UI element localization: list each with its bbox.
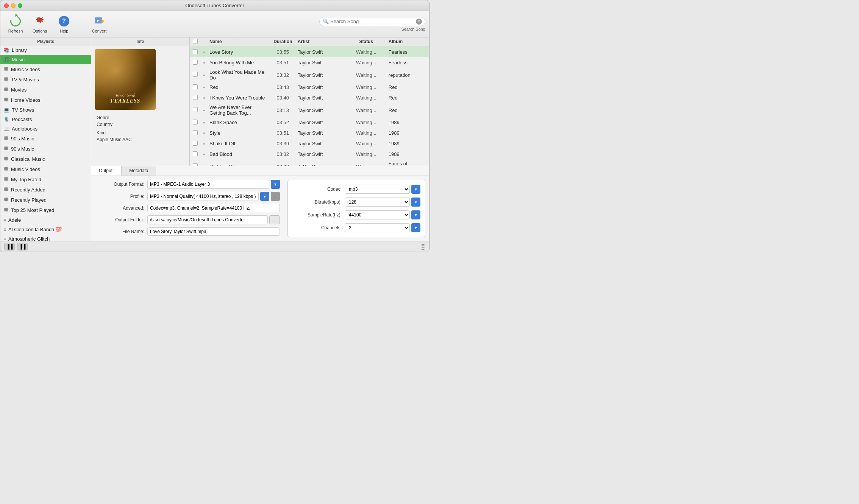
convert-button[interactable]: ▶ Convert bbox=[86, 13, 112, 35]
sidebar-item-atmospheric-glitch[interactable]: ≡Atmospheric Glitch bbox=[0, 234, 91, 241]
output-format-select[interactable]: MP3 - MPEG-1 Audio Layer 3 bbox=[147, 180, 269, 189]
output-format-wrapper: MP3 - MPEG-1 Audio Layer 3 ▼ bbox=[147, 180, 280, 189]
sidebar-item-library[interactable]: 📚Library bbox=[0, 45, 91, 55]
table-row[interactable]: ● Style 03:51 Taylor Swift Waiting... 19… bbox=[190, 128, 429, 138]
samplerate-arrow[interactable]: ▼ bbox=[411, 210, 420, 219]
sidebar-item-home-videos[interactable]: Home Videos bbox=[0, 95, 91, 105]
browse-button[interactable]: ... bbox=[269, 215, 280, 224]
row-album: 1989 bbox=[387, 130, 429, 136]
channels-select[interactable]: 2 bbox=[345, 223, 410, 232]
sidebar-item-top-25[interactable]: Top 25 Most Played bbox=[0, 205, 91, 215]
row-status: Waiting... bbox=[345, 60, 387, 65]
table-row[interactable]: ● We Are Never Ever Getting Back Tog... … bbox=[190, 103, 429, 117]
sidebar-item-audiobooks[interactable]: 📖Audiobooks bbox=[0, 124, 91, 134]
sidebar: Playlists 📚Library🎵MusicMusic VideosTV &… bbox=[0, 37, 91, 241]
sidebar-item-label: Top 25 Most Played bbox=[11, 207, 54, 213]
output-folder-input[interactable] bbox=[147, 215, 268, 224]
options-button[interactable]: Options bbox=[28, 13, 51, 35]
codec-arrow[interactable]: ▼ bbox=[411, 185, 420, 194]
row-checkbox[interactable] bbox=[190, 60, 200, 66]
row-dot: ● bbox=[200, 73, 208, 77]
row-checkbox[interactable] bbox=[190, 130, 200, 136]
resize-grip[interactable]: ⣿ bbox=[421, 243, 425, 250]
table-row[interactable]: ● Right as Wrong 03:33 A-Mei Chang Waiti… bbox=[190, 160, 429, 166]
row-artist: Taylor Swift bbox=[296, 49, 345, 55]
sidebar-item-label: 90's Music bbox=[11, 146, 34, 152]
sidebar-item-label: Adele bbox=[8, 217, 21, 223]
search-clear-button[interactable]: ✕ bbox=[416, 19, 422, 25]
sidebar-item-al-cien[interactable]: ≡Al Cien con la Banda 💯 bbox=[0, 225, 91, 234]
sidebar-item-podcasts[interactable]: 🎙️Podcasts bbox=[0, 115, 91, 124]
table-row[interactable]: ● Shake It Off 03:39 Taylor Swift Waitin… bbox=[190, 138, 429, 149]
row-dot: ● bbox=[200, 131, 208, 135]
tab-output[interactable]: Output: bbox=[91, 166, 122, 176]
search-input[interactable] bbox=[330, 19, 414, 24]
advanced-input[interactable] bbox=[147, 204, 280, 212]
output-format-arrow[interactable]: ▼ bbox=[271, 180, 280, 189]
sidebar-item-label: Recently Played bbox=[11, 197, 47, 203]
th-artist: Artist bbox=[296, 39, 345, 45]
close-button[interactable] bbox=[4, 3, 9, 8]
channels-label: Channels: bbox=[292, 225, 342, 230]
sidebar-item-tv-shows[interactable]: 💻TV Shows bbox=[0, 105, 91, 115]
output-format-label: Output Format: bbox=[95, 182, 144, 187]
sidebar-item-music-videos2[interactable]: Music Videos bbox=[0, 164, 91, 174]
row-status: Waiting... bbox=[345, 107, 387, 113]
pause-button[interactable]: ▐▐ bbox=[17, 243, 28, 250]
row-checkbox[interactable] bbox=[190, 151, 200, 157]
row-dot: ● bbox=[200, 61, 208, 65]
row-dot: ● bbox=[200, 85, 208, 89]
row-duration: 03:51 bbox=[270, 130, 296, 136]
row-duration: 03:32 bbox=[270, 151, 296, 157]
row-checkbox[interactable] bbox=[190, 141, 200, 147]
tab-metadata[interactable]: Metadata bbox=[122, 166, 156, 176]
profile-arrow[interactable]: ▼ bbox=[260, 192, 269, 201]
codec-select[interactable]: mp3 bbox=[345, 185, 410, 194]
sidebar-item-90s-music2[interactable]: 90's Music bbox=[0, 144, 91, 154]
search-area: 🔍 ✕ Search Song bbox=[319, 17, 425, 31]
channels-arrow[interactable]: ▼ bbox=[411, 223, 420, 232]
sidebar-item-movies[interactable]: Movies bbox=[0, 85, 91, 95]
bitrate-arrow[interactable]: ▼ bbox=[411, 198, 420, 207]
minimize-button[interactable] bbox=[11, 3, 16, 8]
song-table-wrapper: Name Duration Artist Status Album ● Love… bbox=[190, 37, 429, 166]
refresh-button[interactable]: Refresh bbox=[4, 13, 27, 35]
bitrate-select[interactable]: 128 bbox=[345, 198, 410, 207]
row-checkbox[interactable] bbox=[190, 49, 200, 55]
table-row[interactable]: ● Love Story 03:55 Taylor Swift Waiting.… bbox=[190, 47, 429, 58]
sidebar-item-classical-music[interactable]: Classical Music bbox=[0, 154, 91, 164]
sidebar-item-tv-movies[interactable]: TV & Movies bbox=[0, 75, 91, 85]
info-panel: Info Taylor Swift FEARLESS Genre bbox=[91, 37, 190, 166]
profile-minus[interactable]: – bbox=[271, 192, 280, 201]
table-row[interactable]: ● I Knew You Were Trouble 03:40 Taylor S… bbox=[190, 93, 429, 103]
row-checkbox[interactable] bbox=[190, 72, 200, 78]
help-button[interactable]: ? Help bbox=[53, 13, 75, 35]
row-checkbox[interactable] bbox=[190, 120, 200, 126]
samplerate-select[interactable]: 44100 bbox=[345, 210, 410, 219]
sidebar-item-recently-added[interactable]: Recently Added bbox=[0, 185, 91, 195]
table-row[interactable]: ● Look What You Made Me Do 03:32 Taylor … bbox=[190, 68, 429, 82]
file-name-input[interactable] bbox=[147, 227, 280, 236]
table-row[interactable]: ● Blank Space 03:52 Taylor Swift Waiting… bbox=[190, 117, 429, 128]
profile-select[interactable]: MP3 - Normal Quality( 44100 Hz, stereo ,… bbox=[147, 192, 259, 201]
sidebar-item-music-videos[interactable]: Music Videos bbox=[0, 64, 91, 75]
playback-controls: ▐▐ ▐▐ bbox=[4, 243, 28, 250]
row-checkbox[interactable] bbox=[190, 95, 200, 101]
table-row[interactable]: ● Red 03:43 Taylor Swift Waiting... Red bbox=[190, 82, 429, 93]
sidebar-item-90s-music1[interactable]: 90's Music bbox=[0, 134, 91, 144]
genre-value: Country bbox=[97, 122, 132, 127]
sidebar-item-recently-played[interactable]: Recently Played bbox=[0, 195, 91, 205]
maximize-button[interactable] bbox=[18, 3, 22, 8]
table-row[interactable]: ● You Belong With Me 03:51 Taylor Swift … bbox=[190, 58, 429, 68]
sidebar-item-music[interactable]: 🎵Music bbox=[0, 55, 91, 64]
row-checkbox[interactable] bbox=[190, 107, 200, 113]
sidebar-item-my-top-rated[interactable]: My Top Rated bbox=[0, 174, 91, 185]
select-all-checkbox[interactable] bbox=[193, 39, 198, 44]
row-name: I Knew You Were Trouble bbox=[208, 95, 270, 101]
table-row[interactable]: ● Bad Blood 03:32 Taylor Swift Waiting..… bbox=[190, 149, 429, 160]
row-artist: Taylor Swift bbox=[296, 120, 345, 125]
row-checkbox[interactable] bbox=[190, 84, 200, 90]
sidebar-item-adele[interactable]: ≡Adele bbox=[0, 215, 91, 225]
play-button[interactable]: ▐▐ bbox=[4, 243, 15, 250]
file-name-label: File Name: bbox=[95, 229, 144, 234]
